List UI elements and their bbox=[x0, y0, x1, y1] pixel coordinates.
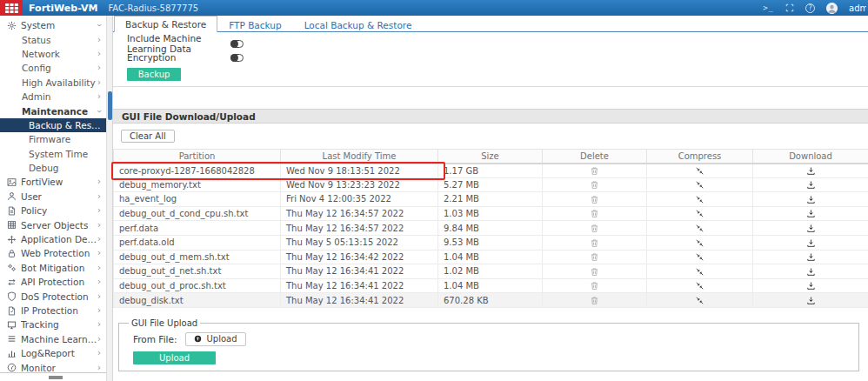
file-picker-button[interactable]: Upload bbox=[185, 332, 245, 346]
download-button[interactable] bbox=[806, 209, 816, 218]
sidebar-horizontal-scrollbar[interactable] bbox=[0, 372, 106, 381]
encryption-row: Encryption bbox=[127, 50, 868, 64]
chevron-right-icon: › bbox=[97, 320, 101, 329]
compress-button[interactable] bbox=[695, 252, 704, 262]
scrollbar-thumb[interactable] bbox=[108, 91, 112, 120]
delete-button[interactable] bbox=[590, 180, 599, 190]
sidebar-item-dos-protection[interactable]: DoS Protection› bbox=[0, 289, 106, 303]
sidebar-vertical-scrollbar[interactable] bbox=[106, 16, 113, 381]
sidebar-item-fortiview[interactable]: FortiView› bbox=[0, 175, 106, 189]
tab-ftp-backup[interactable]: FTP Backup bbox=[217, 17, 292, 31]
sidebar-item-system[interactable]: System› bbox=[0, 18, 106, 32]
download-button[interactable] bbox=[806, 238, 816, 248]
upload-button[interactable]: Upload bbox=[133, 351, 216, 364]
compress-button[interactable] bbox=[695, 180, 704, 190]
clear-all-button[interactable]: Clear All bbox=[121, 130, 175, 143]
sidebar-item-application-delivery[interactable]: Application Delivery› bbox=[0, 232, 106, 246]
download-button-cell bbox=[753, 192, 868, 207]
chevron-right-icon: › bbox=[97, 92, 101, 101]
last-modify-time-cell: Thu May 12 16:34:41 2022 bbox=[281, 264, 438, 279]
tab-local-backup-restore[interactable]: Local Backup & Restore bbox=[293, 17, 424, 31]
partition-cell: debug_disk.txt bbox=[114, 293, 281, 308]
scrollbar-thumb[interactable] bbox=[49, 376, 63, 379]
trash-icon bbox=[590, 238, 599, 248]
sidebar-item-admin[interactable]: Admin› bbox=[0, 90, 106, 104]
sidebar-item-tracking[interactable]: Tracking› bbox=[0, 318, 106, 331]
download-button[interactable] bbox=[806, 252, 816, 262]
fullscreen-icon[interactable] bbox=[785, 3, 794, 12]
delete-button[interactable] bbox=[590, 195, 599, 204]
policy-file-icon bbox=[7, 206, 17, 216]
compress-button[interactable] bbox=[695, 281, 704, 291]
compress-icon bbox=[695, 281, 704, 291]
sidebar-item-log-report[interactable]: Log&Report› bbox=[0, 346, 106, 360]
download-button-cell bbox=[753, 206, 868, 221]
delete-button[interactable] bbox=[590, 224, 599, 233]
topbar-actions: >_ ? admin bbox=[763, 3, 868, 14]
sidebar-item-config[interactable]: Config› bbox=[0, 61, 106, 75]
upload-circle-icon bbox=[194, 335, 202, 343]
chevron-right-icon: › bbox=[97, 221, 101, 230]
compress-button[interactable] bbox=[695, 267, 704, 277]
sidebar-item-web-protection[interactable]: Web Protection› bbox=[0, 246, 106, 260]
sidebar-item-policy[interactable]: Policy› bbox=[0, 204, 106, 217]
cli-console-icon[interactable]: >_ bbox=[763, 3, 774, 12]
delete-button[interactable] bbox=[590, 267, 599, 277]
compress-button[interactable] bbox=[695, 296, 704, 305]
sidebar-item-api-protection[interactable]: API Protection› bbox=[0, 275, 106, 289]
partition-cell: core-proxyd-1287-1668042828 bbox=[114, 164, 281, 178]
trash-icon bbox=[590, 166, 599, 176]
sidebar-item-ip-protection[interactable]: IP Protection› bbox=[0, 304, 106, 318]
help-icon[interactable]: ? bbox=[805, 3, 815, 13]
from-file-row: From File: Upload bbox=[133, 332, 850, 346]
tab-backup-restore[interactable]: Backup & Restore bbox=[114, 16, 217, 32]
sidebar-item-backup-restore[interactable]: Backup & Restore bbox=[0, 118, 106, 132]
compress-button[interactable] bbox=[695, 209, 704, 218]
size-cell: 1.04 MB bbox=[438, 250, 543, 264]
last-modify-time-cell: Thu May 5 05:13:15 2022 bbox=[281, 235, 438, 250]
delete-button[interactable] bbox=[590, 166, 599, 176]
download-button-cell bbox=[753, 250, 868, 264]
sidebar-item-server-objects[interactable]: Server Objects› bbox=[0, 217, 106, 231]
sidebar-item-status[interactable]: Status› bbox=[0, 32, 106, 46]
sidebar-item-maintenance[interactable]: Maintenance› bbox=[0, 104, 106, 117]
sidebar-item-user[interactable]: User› bbox=[0, 190, 106, 204]
compress-button[interactable] bbox=[695, 166, 704, 176]
username[interactable]: admin bbox=[849, 3, 866, 13]
compress-button[interactable] bbox=[695, 224, 704, 233]
avatar-icon[interactable] bbox=[826, 3, 838, 14]
sidebar-item-label: Server Objects bbox=[21, 220, 88, 231]
download-button[interactable] bbox=[806, 166, 816, 176]
sidebar-item-debug[interactable]: Debug bbox=[0, 161, 106, 175]
encryption-toggle[interactable] bbox=[230, 54, 244, 62]
backup-button[interactable]: Backup bbox=[127, 68, 181, 81]
download-button[interactable] bbox=[806, 195, 816, 204]
delete-button[interactable] bbox=[590, 238, 599, 248]
delete-button[interactable] bbox=[590, 209, 599, 218]
file-table-wrap: Partition Last Modify Time Size Delete C… bbox=[113, 149, 868, 308]
sidebar-item-label: User bbox=[21, 191, 42, 202]
column-header-size: Size bbox=[438, 150, 543, 164]
download-button[interactable] bbox=[806, 224, 816, 233]
sidebar-item-network[interactable]: Network› bbox=[0, 47, 106, 61]
sidebar-menu: System›Status›Network›Config›High Availa… bbox=[0, 18, 106, 375]
sidebar-item-bot-mitigation[interactable]: Bot Mitigation› bbox=[0, 261, 106, 275]
download-button[interactable] bbox=[806, 296, 816, 305]
sidebar-item-high-availability[interactable]: High Availability› bbox=[0, 76, 106, 90]
compress-button[interactable] bbox=[695, 195, 704, 204]
size-cell: 9.84 MB bbox=[438, 221, 543, 236]
download-button[interactable] bbox=[806, 267, 816, 277]
sidebar-item-system-time[interactable]: System Time bbox=[0, 147, 106, 161]
compress-button[interactable] bbox=[695, 238, 704, 248]
backup-form: Include Machine Learning Data Encryption… bbox=[113, 32, 868, 87]
sidebar-item-machine-learning[interactable]: Machine Learning› bbox=[0, 332, 106, 346]
table-row: debug_out_d_proc.sh.txtThu May 12 16:34:… bbox=[114, 278, 868, 293]
delete-button[interactable] bbox=[590, 252, 599, 262]
delete-button[interactable] bbox=[590, 296, 599, 305]
delete-button[interactable] bbox=[590, 281, 599, 291]
include-ml-data-toggle[interactable] bbox=[230, 40, 244, 48]
download-button[interactable] bbox=[806, 180, 816, 190]
table-row: debug_out_d_cond_cpu.sh.txtThu May 12 16… bbox=[114, 206, 868, 221]
sidebar-item-firmware[interactable]: Firmware bbox=[0, 132, 106, 146]
download-button[interactable] bbox=[806, 281, 816, 291]
